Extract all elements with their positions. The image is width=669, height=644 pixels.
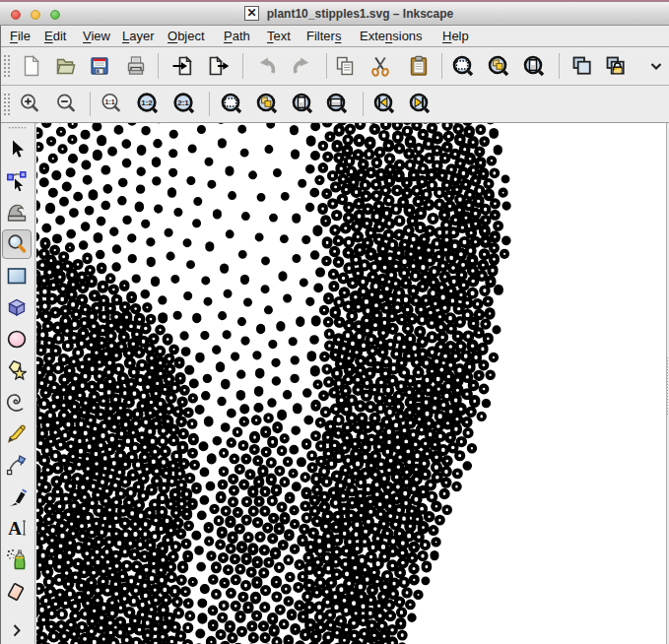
svg-text:1:1: 1:1 [104,98,114,105]
svg-text:1:2: 1:2 [141,98,153,107]
svg-text:2:1: 2:1 [177,98,189,107]
svg-text:A: A [8,518,22,539]
